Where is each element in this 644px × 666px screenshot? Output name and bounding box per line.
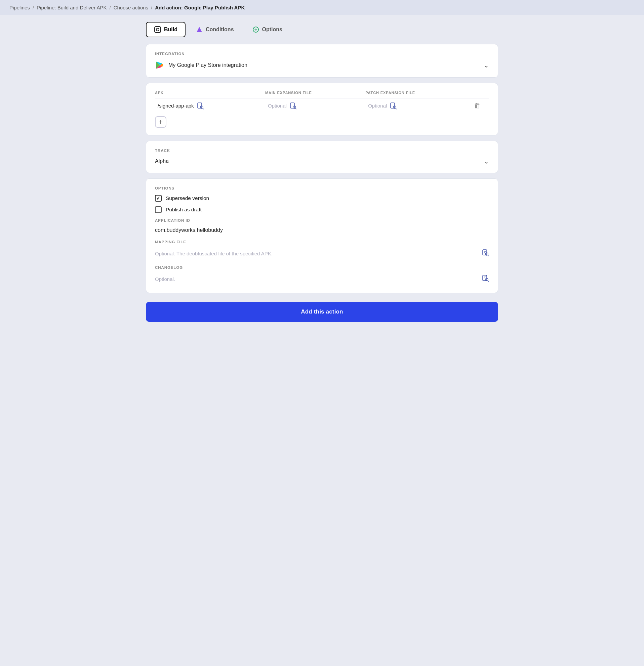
svg-rect-0	[155, 27, 161, 33]
application-id-section: APPLICATION ID com.buddyworks.hellobuddy	[155, 218, 489, 233]
breadcrumb-choose-actions[interactable]: Choose actions	[114, 5, 148, 11]
mapping-file-section: MAPPING FILE Optional. The deobfuscated …	[155, 240, 489, 260]
track-card: TRACK Alpha ⌄	[146, 141, 498, 173]
file-search-icon	[482, 249, 489, 257]
mapping-file-row: Optional. The deobfuscated file of the s…	[155, 249, 489, 260]
integration-name: My Google Play Store integration	[155, 60, 247, 70]
svg-line-10	[203, 108, 204, 109]
google-play-icon	[155, 60, 164, 70]
mapping-file-icon-btn[interactable]	[482, 249, 489, 257]
main-file-btn[interactable]	[290, 102, 297, 109]
supersede-checkbox[interactable]: ✓	[155, 195, 162, 201]
svg-rect-8	[198, 103, 202, 108]
tabs-row: Build Conditions Options	[146, 15, 498, 37]
svg-point-1	[156, 28, 159, 31]
draft-row: Publish as draft	[155, 206, 489, 213]
col-header-apk: APK	[155, 91, 265, 99]
changelog-placeholder: Optional.	[155, 276, 175, 282]
conditions-icon	[196, 26, 203, 33]
changelog-file-icon-btn[interactable]	[482, 275, 489, 282]
svg-line-16	[396, 108, 397, 109]
integration-label: INTEGRATION	[155, 52, 489, 56]
breadcrumb-sep3: /	[151, 5, 152, 11]
application-id-value: com.buddyworks.hellobuddy	[155, 227, 489, 233]
main-value: Optional	[268, 103, 287, 108]
svg-marker-2	[197, 27, 202, 32]
svg-line-19	[488, 255, 489, 256]
mapping-file-label: MAPPING FILE	[155, 240, 489, 244]
tab-options[interactable]: Options	[244, 22, 291, 37]
svg-line-13	[295, 108, 296, 109]
build-icon	[154, 26, 161, 33]
supersede-check-mark: ✓	[156, 196, 160, 201]
options-section-label: OPTIONS	[155, 186, 489, 190]
svg-rect-11	[291, 103, 294, 108]
add-action-button[interactable]: Add this action	[146, 302, 498, 322]
col-header-del	[466, 91, 489, 99]
breadcrumb-pipelines[interactable]: Pipelines	[10, 5, 30, 11]
add-row-button[interactable]: +	[155, 116, 167, 128]
supersede-row: ✓ Supersede version	[155, 195, 489, 201]
options-icon	[252, 26, 260, 33]
col-header-patch: PATCH EXPANSION FILE	[365, 91, 466, 99]
apk-file-btn[interactable]	[197, 102, 204, 109]
integration-dropdown-chevron[interactable]: ⌄	[483, 61, 489, 69]
options-card: OPTIONS ✓ Supersede version Publish as d…	[146, 178, 498, 293]
integration-card: INTEGRATION	[146, 44, 498, 77]
track-label: TRACK	[155, 148, 489, 153]
breadcrumb-sep2: /	[109, 5, 111, 11]
breadcrumb: Pipelines / Pipeline: Build and Deliver …	[0, 0, 644, 15]
breadcrumb-sep1: /	[33, 5, 34, 11]
draft-checkbox[interactable]	[155, 206, 162, 213]
patch-cell: Optional	[368, 102, 463, 109]
breadcrumb-current: Add action: Google Play Publish APK	[155, 5, 245, 11]
patch-value: Optional	[368, 103, 387, 108]
supersede-label: Supersede version	[166, 195, 209, 201]
integration-row: My Google Play Store integration ⌄	[155, 60, 489, 70]
tab-conditions[interactable]: Conditions	[188, 22, 242, 37]
mapping-file-placeholder: Optional. The deobfuscated file of the s…	[155, 251, 273, 257]
apk-cell: /signed-app-apk	[158, 102, 262, 109]
track-row: Alpha ⌄	[155, 157, 489, 165]
track-dropdown-chevron[interactable]: ⌄	[483, 157, 489, 165]
apk-value: /signed-app-apk	[158, 103, 194, 108]
changelog-row: Optional.	[155, 274, 489, 282]
svg-line-24	[488, 281, 489, 282]
draft-label: Publish as draft	[166, 207, 202, 213]
table-row: /signed-app-apk Optional	[155, 99, 489, 113]
changelog-label: CHANGELOG	[155, 265, 489, 269]
tab-build[interactable]: Build	[146, 22, 186, 37]
main-cell: Optional	[268, 102, 363, 109]
track-selected: Alpha	[155, 158, 169, 164]
delete-row-button[interactable]: 🗑	[474, 102, 481, 109]
files-card: APK MAIN EXPANSION FILE PATCH EXPANSION …	[146, 83, 498, 136]
patch-file-btn[interactable]	[389, 102, 397, 109]
changelog-file-search-icon	[482, 275, 489, 282]
col-header-main: MAIN EXPANSION FILE	[265, 91, 365, 99]
svg-rect-14	[390, 103, 395, 108]
application-id-label: APPLICATION ID	[155, 218, 489, 223]
changelog-section: CHANGELOG Optional.	[155, 265, 489, 282]
files-table: APK MAIN EXPANSION FILE PATCH EXPANSION …	[155, 91, 489, 113]
breadcrumb-pipeline[interactable]: Pipeline: Build and Deliver APK	[37, 5, 107, 11]
